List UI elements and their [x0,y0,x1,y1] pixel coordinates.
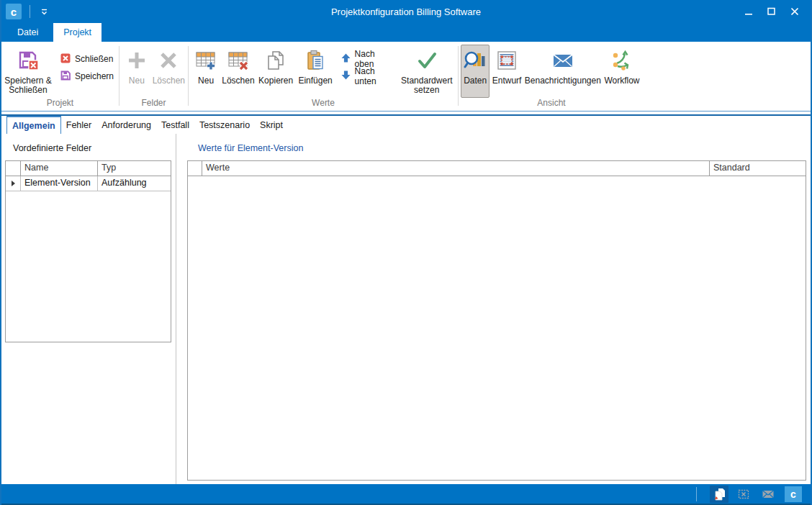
field-new-button: Neu [122,45,152,98]
ribbon-tab-datei[interactable]: Datei [7,23,48,42]
arrow-down-icon [340,70,351,83]
arrow-up-icon [340,53,351,65]
quick-access-dropdown-icon[interactable] [38,6,50,17]
ribbon-group-ansicht: Daten Entwurf [459,44,644,111]
move-down-label: Nach unten [355,66,395,86]
statusbar: c [1,484,811,505]
cell-typ[interactable]: Aufzählung [98,176,171,191]
value-delete-button[interactable]: Löschen [221,45,256,98]
ribbon-tab-bar: Datei Projekt [1,23,811,42]
save-icon [60,70,71,83]
left-panel-title: Vordefinierte Felder [13,143,176,153]
group-label-felder: Felder [119,98,188,110]
group-label-werte: Werte [189,98,458,110]
move-down-button[interactable]: Nach unten [338,68,398,84]
field-delete-button: Löschen [152,45,186,98]
column-header-standard[interactable]: Standard [710,161,806,176]
row-indicator-header [6,161,21,176]
save-close-icon [17,49,40,74]
titlebar-separator [30,5,30,18]
column-header-werte[interactable]: Werte [202,161,710,176]
ribbon-group-werte: Neu Löschen [189,44,458,111]
titlebar: c Projektkonfiguration Billing Software [1,0,811,23]
group-label-projekt: Projekt [1,98,119,110]
checkmark-icon [415,49,438,74]
ribbon-group-projekt: Speichern & Schließen Schließen [1,44,119,111]
row-indicator-icon [12,181,15,186]
tab-anforderung[interactable]: Anforderung [96,116,156,134]
move-up-button[interactable]: Nach oben [338,51,398,67]
set-default-button[interactable]: Standardwert setzen [398,45,456,98]
mail-disabled-icon [759,486,777,503]
statusbar-separator [696,487,697,501]
values-panel: Werte für Element-Version Werte Standard [176,134,811,484]
tab-testszenario[interactable]: Testszenario [194,116,255,134]
copy-button[interactable]: Kopieren [256,45,297,98]
field-new-label: Neu [129,76,145,86]
view-notifications-button[interactable]: Benachrichtigungen [524,45,602,98]
table-row[interactable]: Element-Version Aufzählung [6,176,171,191]
tab-testfall[interactable]: Testfall [156,116,194,134]
save-and-close-button[interactable]: Speichern & Schließen [4,45,53,98]
view-workflow-label: Workflow [604,76,639,86]
predefined-fields-panel: Vordefinierte Felder Name Typ Element-Ve… [1,134,176,484]
tab-fehler[interactable]: Fehler [61,116,96,134]
close-red-icon [60,53,71,66]
content-area: Vordefinierte Felder Name Typ Element-Ve… [1,134,811,484]
grid-header-row: Name Typ [6,161,171,176]
field-delete-label: Löschen [153,76,185,86]
maximize-button[interactable] [760,1,783,22]
view-workflow-button[interactable]: Workflow [602,45,642,98]
close-button[interactable] [783,1,806,22]
application-window: c Projektkonfiguration Billing Software … [0,0,812,505]
value-delete-label: Löschen [222,76,254,86]
window-title: Projektkonfiguration Billing Software [1,6,811,17]
tab-skript[interactable]: Skript [255,116,288,134]
app-icon[interactable]: c [6,4,22,19]
delete-x-icon [157,49,180,74]
minimize-button[interactable] [737,1,760,22]
group-label-ansicht: Ansicht [459,98,644,110]
save-project-label: Speichern [75,71,114,81]
column-header-name[interactable]: Name [21,161,98,176]
add-plus-icon [125,49,148,74]
view-data-label: Daten [464,76,487,86]
close-project-button[interactable]: Schließen [57,51,117,67]
design-view-icon [495,49,518,74]
save-project-button[interactable]: Speichern [57,68,117,84]
value-new-button[interactable]: Neu [191,45,221,98]
row-indicator-header [188,161,202,176]
workflow-icon [610,49,633,74]
copy-label: Kopieren [258,76,293,86]
paste-button[interactable]: Einfügen [297,45,335,98]
value-new-label: Neu [198,76,214,86]
column-header-typ[interactable]: Typ [98,161,171,176]
set-default-label: Standardwert setzen [399,76,455,95]
tab-allgemein[interactable]: Allgemein [6,116,61,134]
data-view-icon [464,49,487,74]
paste-label: Einfügen [298,76,332,86]
ribbon-group-felder: Neu Löschen Felder [119,44,188,111]
paste-icon [304,49,327,74]
table-add-icon [194,49,217,74]
notifications-icon [551,49,574,74]
document-tab-bar: Allgemein Fehler Anforderung Testfall Te… [1,116,811,134]
close-project-label: Schließen [75,54,113,64]
app-logo-icon[interactable]: c [785,486,802,502]
copy-pages-icon[interactable] [710,486,728,503]
view-notifications-label: Benachrichtigungen [525,76,601,86]
right-panel-title: Werte für Element-Version [198,143,806,153]
view-design-button[interactable]: Entwurf [490,45,523,98]
grid-disabled-icon [734,486,753,503]
row-indicator-cell [6,176,21,191]
view-data-button[interactable]: Daten [461,45,490,98]
ribbon: Speichern & Schließen Schließen [1,42,811,111]
cell-name[interactable]: Element-Version [21,176,98,191]
ribbon-tab-projekt[interactable]: Projekt [53,23,102,42]
values-grid: Werte Standard [187,160,806,481]
table-delete-icon [227,49,250,74]
ribbon-bottom-divider [1,111,811,116]
grid-header-row: Werte Standard [188,161,806,176]
predefined-fields-grid: Name Typ Element-Version Aufzählung [5,160,171,342]
save-and-close-label: Speichern & Schließen [4,76,52,95]
